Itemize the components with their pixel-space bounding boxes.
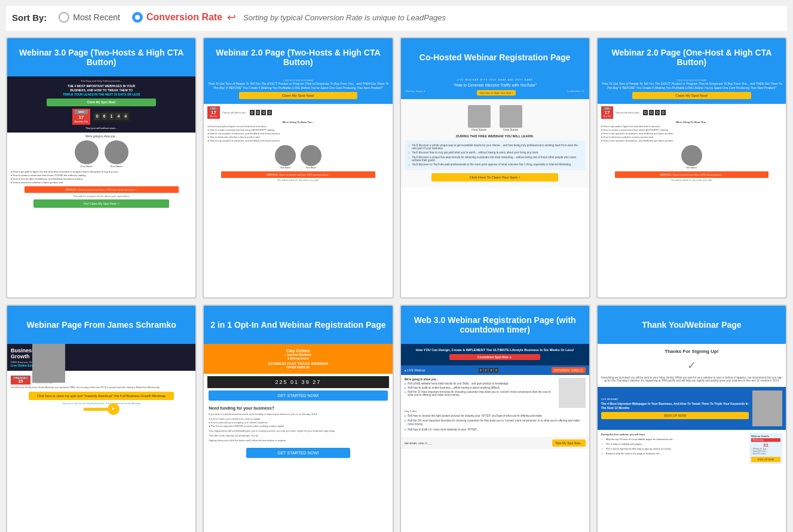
card-5-preview: Business Growth FREE Business Growth Coa…	[7, 344, 195, 532]
template-card-4[interactable]: Webinar 2.0 Page (One-Host & High CTA Bu…	[596, 37, 787, 299]
card-3-preview: LIVE WEBINAR WITH HOST NAME AND HOST NAM…	[401, 76, 589, 297]
card-2-preview: YOUR HOST AND HOST NAME "How To Get Tons…	[204, 76, 392, 297]
sort-most-recent[interactable]: Most Recent	[59, 12, 120, 23]
card-1-preview: Tim Page and Clay Collins present... THE…	[7, 76, 195, 297]
arrow-icon: ↩	[227, 11, 236, 24]
c7-mid-content: We're going to show you... ●Roll (child)…	[401, 375, 589, 436]
c1-top-bar: Tim Page and Clay Collins present... THE…	[7, 76, 195, 133]
card-2-header: Webinar 2.0 Page (Two-Hosts & High CTA B…	[204, 38, 392, 76]
card-6-header: 2 in 1 Opt-In And Webinar Registration P…	[204, 306, 392, 344]
template-card-7[interactable]: Web 3.0 Webinar Registration Page (with …	[400, 305, 590, 532]
c7-top-bar: How YOU Can Design, Create & IMPLEMENT T…	[401, 344, 589, 365]
card-7-header: Web 3.0 Webinar Registration Page (with …	[401, 306, 589, 344]
template-card-5[interactable]: Webinar Page From James Schramko Busines…	[6, 305, 197, 532]
conversion-rate-label: Conversion Rate	[146, 12, 222, 23]
most-recent-radio[interactable]	[59, 12, 69, 23]
sort-bar: Sort By: Most Recent Conversion Rate ↩ S…	[6, 6, 787, 31]
card-6-preview: Clay Collins » Internet Marketer & Entre…	[204, 344, 392, 532]
template-card-1[interactable]: Webinar 3.0 Page (Two-Hosts & High CTA B…	[6, 37, 197, 299]
c7-live-bar: ● LIVE Webinar 0 0 0 0 SATURDAY, JUNE 21	[401, 365, 589, 375]
card-8-preview: Thanks For Signing Up! ✓ Everything we p…	[598, 344, 786, 532]
c8-learn-section: Webinar Details Wednesday 31 ○ 9 Pacific…	[598, 430, 786, 467]
card-3-header: Co-Hosted Webinar Registration Page	[401, 38, 589, 76]
card-5-header: Webinar Page From James Schramko	[7, 306, 195, 344]
sort-note: Sorting by typical Conversion Rate is un…	[243, 13, 446, 22]
card-8-header: Thank You/Webinar Page	[598, 306, 786, 344]
most-recent-label: Most Recent	[73, 13, 120, 22]
c6-top-bar: Clay Collins » Internet Marketer & Entre…	[204, 344, 392, 374]
c8-mid-text: Everything we promised you will be sent …	[598, 374, 786, 384]
c8-thanks-header: Thanks For Signing Up!	[598, 344, 786, 356]
c6-bottom-button: GET STARTED NOW!	[246, 448, 350, 458]
sort-conversion-rate[interactable]: Conversion Rate ↩ Sorting by typical Con…	[132, 11, 446, 24]
template-grid: Webinar 3.0 Page (Two-Hosts & High CTA B…	[6, 37, 787, 532]
card-4-preview: YOUR HOST AND HOST NAME "How To Get Tons…	[598, 76, 786, 297]
template-card-8[interactable]: Thank You/Webinar Page Thanks For Signin…	[596, 305, 787, 532]
template-card-6[interactable]: 2 in 1 Opt-In And Webinar Registration P…	[203, 305, 393, 532]
c6-countdown: 225 01 39 27	[207, 376, 388, 388]
template-card-2[interactable]: Webinar 2.0 Page (Two-Hosts & High CTA B…	[203, 37, 393, 299]
c6-mid-content: Need funding for your business? If you h…	[204, 403, 392, 445]
card-1-header: Webinar 3.0 Page (Two-Hosts & High CTA B…	[7, 38, 195, 76]
card-4-header: Webinar 2.0 Page (One-Host & High CTA Bu…	[598, 38, 786, 76]
c5-top-bar: Business Growth FREE Business Growth Coa…	[7, 344, 195, 371]
conversion-rate-radio[interactable]	[132, 12, 143, 23]
template-card-3[interactable]: Co-Hosted Webinar Registration Page LIVE…	[400, 37, 590, 299]
card-7-preview: How YOU Can Design, Create & IMPLEMENT T…	[401, 344, 589, 532]
c6-cta-button: GET STARTED NOW!	[209, 390, 387, 401]
sort-label: Sort By:	[12, 13, 47, 23]
c8-webinar-banner: LIVE WEBINAR The 4 Most Important Webpag…	[598, 387, 786, 430]
